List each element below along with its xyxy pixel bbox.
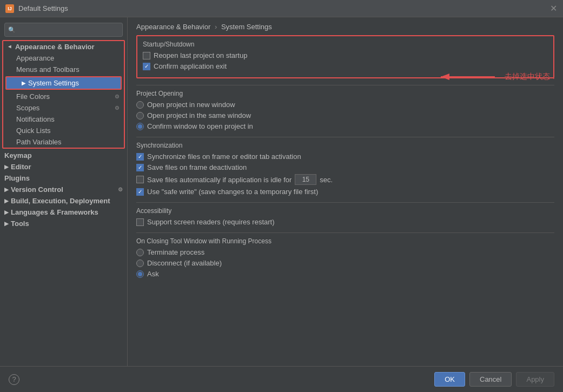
save-deactivation-checkbox[interactable] [136, 164, 144, 171]
disconnect-radio[interactable] [136, 260, 144, 267]
ask-row: Ask [136, 270, 554, 278]
synchronization-section: Synchronization Synchronize files on fra… [136, 142, 554, 196]
sidebar-item-build-exec-deploy[interactable]: ▶ Build, Execution, Deployment [0, 195, 127, 207]
sidebar-item-notifications[interactable]: Notifications [3, 114, 124, 125]
divider-2 [136, 137, 554, 137]
confirm-window-radio[interactable] [136, 123, 144, 130]
disconnect-row: Disconnect (if available) [136, 259, 554, 267]
search-box[interactable]: 🔍 [4, 23, 123, 37]
screen-readers-checkbox[interactable] [136, 218, 144, 226]
same-window-label: Open project in the same window [147, 111, 251, 119]
ask-label: Ask [147, 270, 159, 278]
save-deactivation-row: Save files on frame deactivation [136, 163, 554, 171]
breadcrumb-part1: Appearance & Behavior [136, 23, 210, 31]
sync-files-checkbox[interactable] [136, 153, 144, 161]
app-icon: IJ [5, 4, 14, 13]
vc-badge: ⚙ [118, 187, 123, 192]
window-title: Default Settings [18, 4, 68, 12]
sync-title: Synchronization [136, 142, 554, 149]
tools-arrow: ▶ [4, 221, 9, 227]
new-window-radio[interactable] [136, 101, 144, 109]
confirm-exit-checkbox[interactable] [143, 63, 150, 70]
confirm-window-row: Confirm window to open project in [136, 122, 554, 130]
sidebar-item-scopes[interactable]: Scopes ⚙ [3, 102, 124, 114]
startup-shutdown-section: Startup/Shutdown Reopen last project on … [136, 35, 554, 78]
sidebar-item-tools[interactable]: ▶ Tools [0, 218, 127, 229]
sidebar: 🔍 ▼ Appearance & Behavior Appearance Men… [0, 17, 128, 366]
disconnect-label: Disconnect (if available) [147, 259, 222, 267]
vc-arrow: ▶ [4, 187, 9, 192]
safe-write-row: Use "safe write" (save changes to a temp… [136, 188, 554, 196]
reopen-last-checkbox[interactable] [143, 52, 150, 59]
sidebar-label-tools: Tools [11, 220, 29, 228]
sidebar-label-system-settings: System Settings [28, 79, 79, 87]
closing-tool-title: On Closing Tool Window with Running Proc… [136, 237, 554, 245]
apply-button[interactable]: Apply [516, 372, 554, 387]
save-deactivation-label: Save files on frame deactivation [147, 163, 247, 171]
scopes-badge: ⚙ [115, 105, 120, 111]
idle-seconds-input[interactable] [295, 174, 316, 185]
sidebar-item-file-colors[interactable]: File Colors ⚙ [3, 91, 124, 102]
sidebar-item-path-variables[interactable]: Path Variables [3, 136, 124, 148]
sidebar-item-editor[interactable]: ▶ Editor [0, 161, 127, 172]
startup-title: Startup/Shutdown [143, 41, 548, 48]
ask-radio[interactable] [136, 270, 144, 278]
terminate-label: Terminate process [147, 248, 204, 256]
sidebar-item-quick-lists[interactable]: Quick Lists [3, 125, 124, 136]
startup-shutdown-box: Startup/Shutdown Reopen last project on … [136, 35, 554, 78]
arrow-icon: ▶ [22, 80, 26, 86]
sidebar-label-appearance-behavior: Appearance & Behavior [15, 43, 95, 51]
help-button[interactable]: ? [9, 374, 19, 385]
sidebar-item-keymap[interactable]: Keymap [0, 150, 127, 161]
accessibility-title: Accessibility [136, 207, 554, 215]
sidebar-label-keymap: Keymap [4, 151, 32, 160]
same-window-radio[interactable] [136, 112, 144, 119]
reopen-last-row: Reopen last project on startup [143, 51, 548, 59]
divider-3 [136, 202, 554, 203]
sidebar-label-menus-toolbars: Menus and Toolbars [16, 65, 80, 74]
safe-write-label: Use "safe write" (save changes to a temp… [147, 188, 318, 196]
terminate-radio[interactable] [136, 249, 144, 256]
sidebar-label-languages-frameworks: Languages & Frameworks [11, 208, 98, 216]
reopen-last-label: Reopen last project on startup [154, 51, 247, 59]
project-opening-title: Project Opening [136, 90, 554, 97]
sidebar-item-plugins[interactable]: Plugins [0, 172, 127, 184]
search-icon: 🔍 [8, 26, 16, 34]
save-idle-row: Save files automatically if application … [136, 174, 554, 185]
sidebar-item-appearance-behavior[interactable]: ▼ Appearance & Behavior [3, 41, 124, 52]
closing-tool-section: On Closing Tool Window with Running Proc… [136, 237, 554, 278]
accessibility-section: Accessibility Support screen readers (re… [136, 207, 554, 226]
screen-readers-row: Support screen readers (requires restart… [136, 218, 554, 226]
sidebar-label-build-exec-deploy: Build, Execution, Deployment [11, 197, 110, 205]
confirm-exit-label: Confirm application exit [154, 62, 227, 70]
sidebar-label-path-variables: Path Variables [16, 138, 62, 146]
editor-arrow: ▶ [4, 164, 9, 170]
save-idle-checkbox[interactable] [136, 176, 144, 183]
action-buttons: OK Cancel Apply [434, 372, 554, 387]
sidebar-item-menus-toolbars[interactable]: Menus and Toolbars [3, 64, 124, 75]
sidebar-item-appearance[interactable]: Appearance [3, 52, 124, 64]
confirm-window-label: Confirm window to open project in [147, 122, 253, 130]
title-bar: IJ Default Settings ✕ [0, 0, 563, 17]
sidebar-item-languages-frameworks[interactable]: ▶ Languages & Frameworks [0, 207, 127, 218]
sync-files-row: Synchronize files on frame or editor tab… [136, 152, 554, 161]
sidebar-item-system-settings[interactable]: ▶ System Settings [6, 77, 121, 89]
sidebar-label-version-control: Version Control [11, 185, 63, 194]
screen-readers-label: Support screen readers (requires restart… [147, 218, 275, 226]
safe-write-checkbox[interactable] [136, 188, 144, 196]
sidebar-label-plugins: Plugins [4, 174, 30, 182]
sidebar-label-scopes: Scopes [16, 104, 39, 112]
confirm-exit-row: Confirm application exit [143, 62, 548, 70]
cancel-button[interactable]: Cancel [469, 372, 512, 387]
close-button[interactable]: ✕ [549, 4, 558, 13]
save-idle-label: Save files automatically if application … [147, 176, 292, 184]
lang-arrow: ▶ [4, 209, 9, 215]
expand-arrow: ▼ [7, 44, 13, 50]
same-window-row: Open project in the same window [136, 111, 554, 119]
breadcrumb-part2: System Settings [221, 23, 272, 31]
ok-button[interactable]: OK [434, 372, 465, 387]
bottom-bar: ? OK Cancel Apply [0, 366, 563, 392]
sidebar-item-version-control[interactable]: ▶ Version Control ⚙ [0, 184, 127, 195]
divider-4 [136, 232, 554, 233]
file-colors-badge: ⚙ [115, 94, 120, 99]
